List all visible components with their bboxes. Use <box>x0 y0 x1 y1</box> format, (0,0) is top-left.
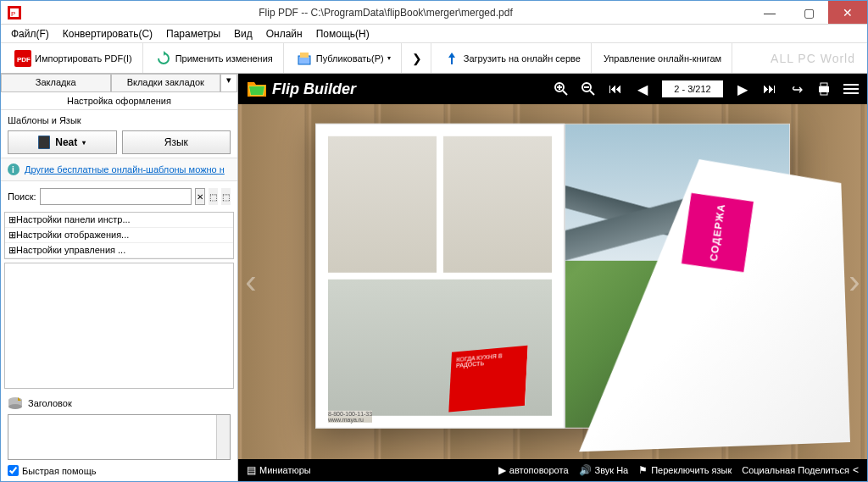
redo-icon[interactable]: ↪ <box>789 81 804 97</box>
zoom-in-icon[interactable] <box>554 81 569 97</box>
more-templates-link[interactable]: Другие бесплатные онлайн-шаблоны можно н <box>25 164 225 175</box>
svg-text:i: i <box>12 165 14 175</box>
menu-convert[interactable]: Конвертировать(C) <box>56 26 159 42</box>
red-callout: КОГДА КУХНЯ В РАДОСТЬ <box>448 346 527 412</box>
thumbnails-icon: ▤ <box>247 464 256 476</box>
page-right: DEECT <box>565 123 790 428</box>
chevron-down-icon: ▾ <box>387 54 391 62</box>
main-toolbar: PDF Импортировать PDF(I) Применить измен… <box>1 43 867 74</box>
caption-textarea[interactable] <box>8 414 231 460</box>
sound-button[interactable]: 🔊 Звук На <box>579 464 629 476</box>
autoflip-button[interactable]: ▶ автоповорота <box>498 464 569 476</box>
next-page-icon[interactable]: ▶ <box>735 81 750 97</box>
expand-all-button[interactable]: ⬚ <box>209 188 218 205</box>
clear-search-button[interactable]: ✕ <box>195 188 205 205</box>
photo-kitchen-2 <box>443 136 552 272</box>
flipbook[interactable]: 8-800-100-11-33www.maya.ru DEECT <box>315 123 790 428</box>
svg-point-13 <box>8 404 22 409</box>
window-title: Flip PDF -- C:\ProgramData\flipBook\merg… <box>21 7 750 19</box>
svg-rect-6 <box>300 53 309 58</box>
page-indicator-input[interactable] <box>662 80 723 97</box>
flag-icon: ⚑ <box>638 464 648 476</box>
watermark-text: ALL PC World <box>771 52 864 65</box>
search-input[interactable] <box>40 188 192 205</box>
svg-rect-22 <box>821 83 827 86</box>
collapse-all-button[interactable]: ⬚ <box>221 188 231 205</box>
preview-panel: Flip Builder ⏮ ◀ ▶ ⏭ ↪ ‹ › <box>238 74 867 481</box>
template-select-button[interactable]: Neat ▾ <box>8 130 117 154</box>
play-icon: ▶ <box>498 464 506 476</box>
window-titlebar: P Flip PDF -- C:\ProgramData\flipBook\me… <box>1 1 867 25</box>
tab-bookmark-tabs[interactable]: Вкладки закладок <box>111 74 221 92</box>
zoom-out-icon[interactable] <box>581 81 596 97</box>
menu-bar: Файл(F) Конвертировать(C) Параметры Вид … <box>1 25 867 43</box>
next-icon[interactable]: ❯ <box>409 50 426 67</box>
apply-changes-button[interactable]: Применить изменения <box>150 47 278 70</box>
chevron-down-icon: ▾ <box>82 139 86 147</box>
pdf-icon: PDF <box>14 50 31 67</box>
caption-label: Заголовок <box>28 398 72 408</box>
viewer-brand: Flip Builder <box>247 80 356 98</box>
folder-icon <box>247 80 267 97</box>
import-pdf-button[interactable]: PDF Импортировать PDF(I) <box>9 47 137 70</box>
stage-next-button[interactable]: › <box>842 257 867 307</box>
flipbook-stage: ‹ › 8-800-100-11-33www.maya.ru DEECT <box>238 104 867 459</box>
design-section-title: Настройка оформления <box>1 92 237 110</box>
book-icon <box>38 136 50 149</box>
svg-line-19 <box>590 91 594 95</box>
manage-online-button[interactable]: Управление онлайн-книгам <box>598 50 726 67</box>
viewer-statusbar: ▤ Миниатюры ▶ автоповорота 🔊 Звук На ⚑ П… <box>238 459 867 481</box>
settings-tree: ⊞Настройки панели инстр... ⊞Настройки от… <box>4 212 234 259</box>
stage-prev-button[interactable]: ‹ <box>238 257 264 307</box>
menu-view[interactable]: Вид <box>227 26 259 42</box>
menu-params[interactable]: Параметры <box>159 26 227 42</box>
social-share-button[interactable]: Социальная Поделиться < <box>742 464 859 476</box>
last-page-icon[interactable]: ⏭ <box>762 81 777 97</box>
quick-help-label: Быстрая помощь <box>22 466 96 476</box>
quick-help-checkbox[interactable] <box>8 465 19 476</box>
photo-kitchen-1 <box>328 136 437 272</box>
tree-item-toolbar[interactable]: ⊞Настройки панели инстр... <box>5 213 233 228</box>
publish-button[interactable]: Публиковать(P) ▾ <box>291 47 396 70</box>
svg-line-15 <box>563 91 567 95</box>
design-panel: Закладка Вкладки закладок ▾ Настройка оф… <box>1 74 238 481</box>
tab-bookmark[interactable]: Закладка <box>1 74 111 92</box>
share-icon: < <box>853 464 859 476</box>
thumbnails-button[interactable]: ▤ Миниатюры <box>247 464 311 476</box>
svg-text:P: P <box>11 10 15 18</box>
upload-icon <box>443 50 460 67</box>
caption-icon <box>8 396 23 411</box>
mountain-photo <box>565 185 789 275</box>
page-left: 8-800-100-11-33www.maya.ru <box>315 123 565 428</box>
maximize-button[interactable]: ▢ <box>789 1 828 24</box>
side-label: DEECT <box>767 400 784 418</box>
menu-online[interactable]: Онлайн <box>259 26 309 42</box>
minimize-button[interactable]: — <box>750 1 789 24</box>
templates-lang-label: Шаблоны и Язык <box>1 110 237 127</box>
tab-dropdown-icon[interactable]: ▾ <box>220 74 237 92</box>
search-label: Поиск: <box>8 191 36 202</box>
svg-rect-8 <box>39 136 49 148</box>
page-footer: 8-800-100-11-33www.maya.ru <box>328 410 372 422</box>
menu-icon[interactable] <box>843 81 859 97</box>
publish-icon <box>296 50 313 67</box>
upload-online-button[interactable]: Загрузить на онлайн серве <box>438 47 586 70</box>
scrollbar[interactable] <box>216 415 230 459</box>
empty-pane <box>4 263 234 389</box>
svg-text:PDF: PDF <box>17 56 31 64</box>
tree-item-control[interactable]: ⊞Настройки управления ... <box>5 243 233 258</box>
print-icon[interactable] <box>816 81 832 97</box>
prev-page-icon[interactable]: ◀ <box>635 81 650 97</box>
tree-item-display[interactable]: ⊞Настройки отображения... <box>5 228 233 243</box>
first-page-icon[interactable]: ⏮ <box>608 81 623 97</box>
refresh-icon <box>155 50 172 67</box>
close-button[interactable]: ✕ <box>828 1 867 24</box>
menu-help[interactable]: Помощь(H) <box>309 26 376 42</box>
menu-file[interactable]: Файл(F) <box>4 26 56 42</box>
sound-icon: 🔊 <box>579 464 592 476</box>
switch-language-button[interactable]: ⚑ Переключить язык <box>638 464 732 476</box>
language-button[interactable]: Язык <box>122 130 231 154</box>
viewer-toolbar: Flip Builder ⏮ ◀ ▶ ⏭ ↪ <box>238 74 867 104</box>
app-icon: P <box>8 6 21 19</box>
info-icon: i <box>8 163 19 175</box>
